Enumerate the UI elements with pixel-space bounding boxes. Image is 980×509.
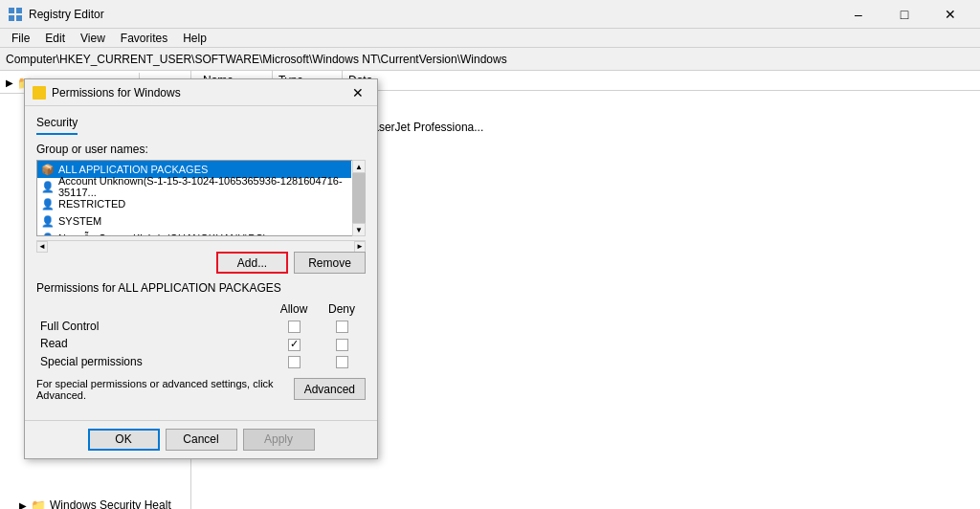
add-button[interactable]: Add... [216,252,288,274]
ok-button[interactable]: OK [88,429,160,451]
read-allow-checkbox[interactable] [288,339,301,351]
user-icon: 👤 [41,214,55,228]
user-item-label: RESTRICTED [58,198,125,210]
cancel-button[interactable]: Cancel [166,429,237,451]
advanced-description: For special permissions or advanced sett… [36,378,294,401]
perm-allow-cell [270,318,318,335]
security-tab[interactable]: Security [36,116,78,135]
perm-name: Special permissions [36,353,270,370]
user-list-item-system[interactable]: 👤 SYSTEM [37,212,351,230]
user-item-label: Account Unknown(S-1-15-3-1024-1065365936… [58,175,347,198]
dialog-body: Security Group or user names: 📦 ALL APPL… [25,106,377,420]
package-icon: 📦 [41,163,55,176]
full-control-deny-checkbox[interactable] [336,321,348,333]
user-icon: 👤 [41,197,55,210]
user-item-label: SYSTEM [58,215,101,227]
scroll-right-button[interactable]: ► [354,241,366,253]
close-button[interactable]: ✕ [928,0,972,29]
apply-button[interactable]: Apply [243,429,315,451]
address-bar: Computer\HKEY_CURRENT_USER\SOFTWARE\Micr… [0,48,980,71]
user-list-scrollbar[interactable]: ▲ ▼ [352,160,366,236]
dialog-title: Permissions for Windows [52,86,346,100]
special-allow-checkbox[interactable] [288,356,301,368]
perm-row-special: Special permissions [36,353,366,370]
remove-button[interactable]: Remove [294,252,366,274]
tree-bottom-items: ▶ 📁 Windows Security Healt ▶ 📁 Wisp [0,496,190,509]
scroll-thumb [352,173,366,223]
maximize-button[interactable]: □ [882,0,926,29]
menu-favorites[interactable]: Favorites [113,30,175,47]
advanced-section: For special permissions or advanced sett… [36,378,366,401]
scroll-left-button[interactable]: ◄ [36,241,48,253]
user-list-item-unknown[interactable]: 👤 Account Unknown(S-1-15-3-1024-10653659… [37,178,351,195]
full-control-allow-checkbox[interactable] [288,321,301,333]
perm-deny-cell [318,335,366,352]
title-bar: Registry Editor – □ ✕ [0,0,980,29]
deny-col-header: Deny [318,300,366,318]
permissions-table: Allow Deny Full Control [36,300,366,370]
menu-file[interactable]: File [4,30,37,47]
dialog-title-bar: Permissions for Windows ✕ [25,79,377,106]
special-deny-checkbox[interactable] [336,356,348,368]
user-icon: 👤 [41,232,55,236]
advanced-button[interactable]: Advanced [294,378,366,400]
user-icon: 👤 [41,180,55,193]
address-path: Computer\HKEY_CURRENT_USER\SOFTWARE\Micr… [6,53,507,66]
horiz-scroll: ◄ ► [36,240,366,252]
app-icon [8,7,23,22]
svg-rect-0 [9,8,14,13]
perm-allow-cell [270,353,318,370]
menu-edit[interactable]: Edit [37,30,73,47]
perm-name: Read [36,335,270,352]
svg-rect-3 [16,15,22,21]
permissions-dialog: Permissions for Windows ✕ Security Group… [24,78,378,459]
main-content: ▶ 📁 Windows Error Repo ▶ 📁 Windows Secur… [0,71,980,509]
read-deny-checkbox[interactable] [336,339,348,351]
tree-item-label: Windows Security Healt [50,498,171,509]
allow-col-header: Allow [270,300,318,318]
user-list-container: 📦 ALL APPLICATION PACKAGES 👤 Account Unk… [36,160,366,236]
perm-row-full-control: Full Control [36,318,366,335]
menu-help[interactable]: Help [175,30,214,47]
tree-item-windows-security[interactable]: ▶ 📁 Windows Security Healt [0,496,190,509]
menu-view[interactable]: View [73,30,113,47]
menu-bar: File Edit View Favorites Help [0,29,980,48]
user-list[interactable]: 📦 ALL APPLICATION PACKAGES 👤 Account Unk… [36,160,366,236]
svg-rect-2 [9,15,14,21]
user-item-label: Nguyễn Quang Khánh (QUANGKHANH\PC) [58,232,266,237]
user-list-item-nguyen[interactable]: 👤 Nguyễn Quang Khánh (QUANGKHANH\PC) [37,230,351,236]
permissions-label: Permissions for ALL APPLICATION PACKAGES [36,281,366,295]
scroll-down-button[interactable]: ▼ [352,223,366,236]
window-controls: – □ ✕ [836,0,972,29]
perm-deny-cell [318,318,366,335]
add-remove-row: Add... Remove [36,252,366,274]
perm-deny-cell [318,353,366,370]
arrow-icon: ▶ [6,77,13,88]
dialog-footer: OK Cancel Apply [25,420,377,458]
minimize-button[interactable]: – [836,0,880,29]
svg-rect-1 [16,8,22,13]
perm-allow-cell [270,335,318,352]
tree-arrow: ▶ [19,500,27,510]
group-label: Group or user names: [36,143,366,156]
scroll-up-button[interactable]: ▲ [352,160,366,173]
user-item-label: ALL APPLICATION PACKAGES [58,164,208,175]
dialog-close-button[interactable]: ✕ [346,82,369,103]
perm-col-header [36,300,270,318]
dialog-icon [33,86,46,100]
window-title: Registry Editor [29,8,836,21]
perm-name: Full Control [36,318,270,335]
scroll-track [48,241,354,252]
folder-icon: 📁 [31,498,46,510]
perm-row-read: Read [36,335,366,352]
